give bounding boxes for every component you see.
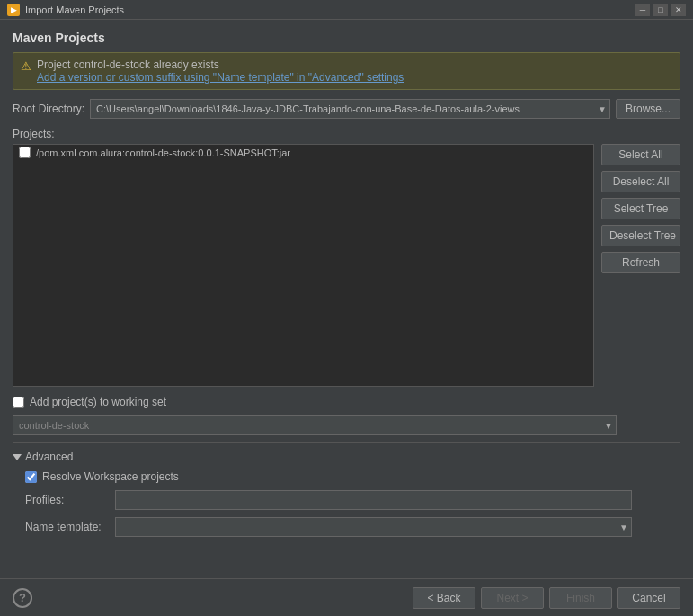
title-bar: ▶ Import Maven Projects ─ □ ✕ [0,0,693,20]
deselect-all-button[interactable]: Deselect All [601,171,680,192]
project-label: /pom.xml com.alura:control-de-stock:0.0.… [36,147,290,158]
working-set-checkbox[interactable] [13,397,24,408]
warning-message: Project control-de-stock already exists [37,58,404,71]
root-directory-combo-wrapper: C:\Users\angel\Downloads\1846-Java-y-JDB… [90,99,610,119]
working-set-combo-wrapper: control-de-stock ▼ [13,415,617,435]
warning-text: Project control-de-stock already exists … [37,58,404,84]
app-icon: ▶ [7,4,20,16]
working-set-combo-row: control-de-stock ▼ [13,415,680,435]
projects-area: /pom.xml com.alura:control-de-stock:0.0.… [13,144,680,387]
maximize-button[interactable]: □ [653,4,668,16]
help-button[interactable]: ? [13,588,32,608]
list-item[interactable]: /pom.xml com.alura:control-de-stock:0.0.… [13,145,593,160]
root-directory-row: Root Directory: C:\Users\angel\Downloads… [13,99,680,119]
working-set-select[interactable]: control-de-stock [13,415,617,435]
dialog-title: Maven Projects [13,31,680,45]
advanced-collapse-icon [13,454,22,460]
side-buttons: Select All Deselect All Select Tree Dese… [601,144,680,387]
profiles-input[interactable] [115,490,632,510]
dialog-body: Maven Projects ⚠ Project control-de-stoc… [0,20,693,616]
warning-box: ⚠ Project control-de-stock already exist… [13,52,680,90]
working-set-row: Add project(s) to working set [13,396,680,408]
advanced-label: Advanced [25,451,73,463]
footer: ? < Back Next > Finish Cancel [0,578,693,616]
cancel-button[interactable]: Cancel [617,587,680,609]
warning-icon: ⚠ [21,59,31,73]
resolve-workspace-checkbox[interactable] [25,471,37,483]
name-template-label: Name template: [25,521,115,533]
title-bar-title: Import Maven Projects [25,4,124,15]
projects-list[interactable]: /pom.xml com.alura:control-de-stock:0.0.… [13,144,594,387]
title-bar-controls: ─ □ ✕ [635,4,686,16]
separator [13,442,680,443]
advanced-section: Advanced Resolve Workspace projects Prof… [13,451,680,537]
name-template-select[interactable] [115,517,632,537]
select-tree-button[interactable]: Select Tree [601,198,680,219]
root-directory-select[interactable]: C:\Users\angel\Downloads\1846-Java-y-JDB… [90,99,610,119]
advanced-header[interactable]: Advanced [13,451,680,463]
working-set-label: Add project(s) to working set [30,396,166,408]
minimize-button[interactable]: ─ [635,4,650,16]
footer-buttons: < Back Next > Finish Cancel [413,587,680,609]
projects-label: Projects: [13,128,680,140]
next-button[interactable]: Next > [481,587,544,609]
deselect-tree-button[interactable]: Deselect Tree [601,225,680,246]
profiles-row: Profiles: [25,490,680,510]
profiles-label: Profiles: [25,494,115,506]
resolve-workspace-row: Resolve Workspace projects [25,470,680,483]
title-bar-left: ▶ Import Maven Projects [7,4,124,16]
project-checkbox[interactable] [19,147,31,158]
resolve-workspace-label: Resolve Workspace projects [42,470,179,483]
back-button[interactable]: < Back [413,587,475,609]
browse-button[interactable]: Browse... [616,99,680,119]
advanced-content: Resolve Workspace projects Profiles: Nam… [13,470,680,537]
select-all-button[interactable]: Select All [601,144,680,165]
refresh-button[interactable]: Refresh [601,252,680,273]
warning-link[interactable]: Add a version or custom suffix using "Na… [37,71,404,84]
close-button[interactable]: ✕ [671,4,686,16]
name-template-combo-wrapper: ▼ [115,517,632,537]
finish-button[interactable]: Finish [549,587,612,609]
name-template-row: Name template: ▼ [25,517,680,537]
root-directory-label: Root Directory: [13,103,84,115]
